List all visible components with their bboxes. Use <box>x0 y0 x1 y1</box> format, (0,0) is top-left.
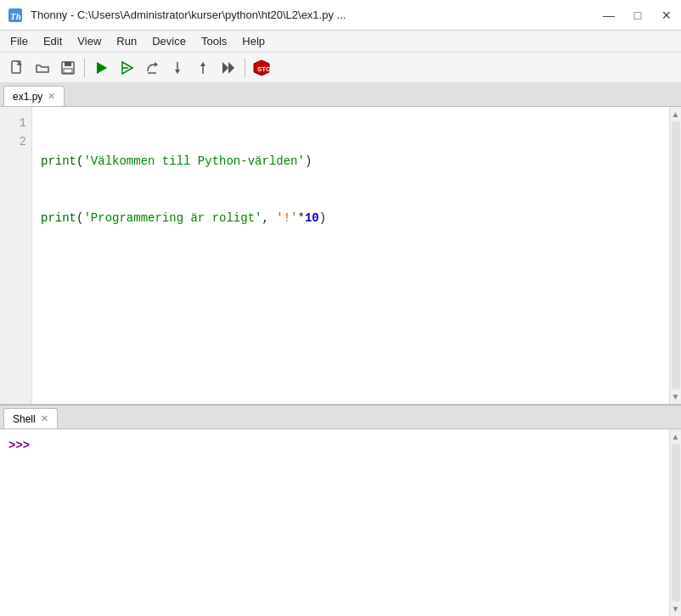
line-numbers: 1 2 <box>0 107 32 404</box>
step-over-button[interactable] <box>140 56 164 80</box>
shell-tab-bar: Shell ✕ <box>0 406 681 429</box>
svg-marker-16 <box>228 62 234 74</box>
shell-scroll-down-arrow[interactable]: ▼ <box>671 603 681 614</box>
shell-prompt: >>> <box>8 439 30 452</box>
shell-text-area[interactable]: >>> <box>0 429 669 616</box>
keyword-print-2: print <box>41 211 76 225</box>
line-number-2: 2 <box>5 132 26 151</box>
code-editor[interactable]: 1 2 print('Välkommen till Python-världen… <box>0 107 681 404</box>
editor-tab[interactable]: ex1.py ✕ <box>3 86 65 106</box>
shell-tab-label: Shell <box>13 413 36 425</box>
menu-file[interactable]: File <box>3 33 35 49</box>
resume-button[interactable] <box>217 56 240 80</box>
svg-marker-14 <box>200 62 205 66</box>
scroll-up-arrow[interactable]: ▲ <box>671 109 681 120</box>
shell-tab-close[interactable]: ✕ <box>41 413 48 424</box>
close-button[interactable]: ✕ <box>659 8 674 22</box>
scroll-track-editor[interactable] <box>672 121 680 389</box>
comma-1: , <box>262 211 276 225</box>
menu-view[interactable]: View <box>70 33 108 49</box>
svg-text:STOP: STOP <box>257 65 271 73</box>
shell-content[interactable]: >>> ▲ ▼ <box>0 429 681 616</box>
svg-marker-15 <box>222 62 228 74</box>
menu-bar: File Edit View Run Device Tools Help <box>0 31 681 53</box>
editor-scrollbar[interactable]: ▲ ▼ <box>669 107 681 404</box>
menu-device[interactable]: Device <box>145 33 193 49</box>
maximize-button[interactable]: □ <box>630 8 645 22</box>
stop-button[interactable]: STOP <box>250 56 273 80</box>
scroll-track-shell[interactable] <box>672 444 680 602</box>
minimize-button[interactable]: — <box>601 8 616 22</box>
title-bar: Th Thonny - C:\Users\Administrator\kurse… <box>0 0 681 31</box>
svg-text:Th: Th <box>10 11 21 21</box>
title-bar-controls: — □ ✕ <box>601 8 674 22</box>
code-line-2: print('Programmering är roligt', '!'*10) <box>41 209 661 227</box>
save-button[interactable] <box>56 56 80 80</box>
debug-button[interactable] <box>115 56 138 80</box>
editor-tab-close[interactable]: ✕ <box>48 91 55 102</box>
shell-scrollbar[interactable]: ▲ ▼ <box>669 429 681 616</box>
thonny-icon: Th <box>7 7 24 24</box>
shell-section: Shell ✕ >>> ▲ ▼ <box>0 404 681 616</box>
step-into-button[interactable] <box>166 56 189 80</box>
operator-mul: * <box>298 211 305 225</box>
number-10: 10 <box>305 211 319 225</box>
menu-tools[interactable]: Tools <box>194 33 234 49</box>
code-content[interactable]: print('Välkommen till Python-världen') p… <box>32 107 669 404</box>
toolbar: STOP <box>0 53 681 83</box>
editor-section: ex1.py ✕ 1 2 print('Välkommen till Pytho… <box>0 83 681 404</box>
keyword-print-1: print <box>41 154 76 168</box>
editor-tab-bar: ex1.py ✕ <box>0 83 681 107</box>
open-button[interactable] <box>31 56 54 80</box>
scroll-down-arrow[interactable]: ▼ <box>671 391 681 402</box>
code-line-1: print('Välkommen till Python-världen') <box>41 152 661 171</box>
run-button[interactable] <box>89 56 113 80</box>
separator-1 <box>84 59 85 77</box>
shell-scroll-up-arrow[interactable]: ▲ <box>671 431 681 442</box>
string-3: '!' <box>276 211 297 225</box>
string-1: 'Välkommen till Python-världen' <box>83 154 304 168</box>
svg-marker-12 <box>175 70 180 74</box>
main-area: ex1.py ✕ 1 2 print('Välkommen till Pytho… <box>0 83 681 616</box>
svg-rect-5 <box>64 69 72 73</box>
new-button[interactable] <box>5 56 29 80</box>
menu-help[interactable]: Help <box>235 33 272 49</box>
menu-run[interactable]: Run <box>110 33 144 49</box>
step-out-button[interactable] <box>191 56 215 80</box>
string-2: 'Programmering är roligt' <box>83 211 262 225</box>
svg-marker-9 <box>155 62 158 67</box>
paren-2: ) <box>305 154 312 168</box>
svg-marker-6 <box>97 62 107 74</box>
paren-4: ) <box>319 211 326 225</box>
menu-edit[interactable]: Edit <box>37 33 69 49</box>
svg-rect-4 <box>65 62 71 66</box>
line-number-1: 1 <box>5 114 26 132</box>
title-bar-text: Thonny - C:\Users\Administrator\kurser\p… <box>31 8 346 21</box>
separator-2 <box>245 59 245 77</box>
title-bar-left: Th Thonny - C:\Users\Administrator\kurse… <box>7 7 346 24</box>
shell-tab[interactable]: Shell ✕ <box>3 408 58 428</box>
editor-tab-label: ex1.py <box>13 91 42 103</box>
